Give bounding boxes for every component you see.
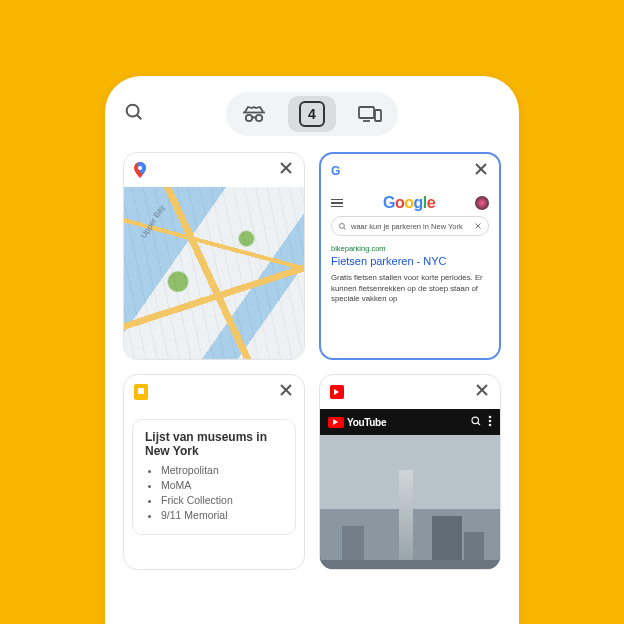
youtube-icon bbox=[330, 385, 344, 399]
tab-header bbox=[320, 375, 500, 409]
svg-rect-7 bbox=[375, 110, 381, 121]
tabs-grid: Upper Bay G Google waar kun je park bbox=[123, 152, 501, 570]
list-item: Metropolitan bbox=[161, 464, 283, 476]
result-snippet: Gratis fietsen stallen voor korte period… bbox=[331, 273, 489, 305]
tab-count-badge: 4 bbox=[299, 101, 325, 127]
youtube-logo: YouTube bbox=[328, 417, 386, 428]
svg-point-21 bbox=[472, 417, 479, 424]
tab-header: G bbox=[321, 154, 499, 188]
clear-icon bbox=[474, 222, 482, 230]
svg-point-13 bbox=[340, 223, 345, 228]
close-icon[interactable] bbox=[474, 382, 490, 402]
search-icon bbox=[470, 413, 482, 431]
list-item: Frick Collection bbox=[161, 494, 283, 506]
svg-point-4 bbox=[256, 115, 262, 121]
svg-point-8 bbox=[138, 166, 142, 170]
svg-line-14 bbox=[344, 227, 346, 229]
google-logo: Google bbox=[383, 194, 435, 212]
tab-card-search[interactable]: G Google waar kun je parkeren in New Yor… bbox=[319, 152, 501, 360]
svg-point-24 bbox=[489, 420, 492, 423]
note-card: Lijst van museums in New York Metropolit… bbox=[132, 419, 296, 535]
google-icon: G bbox=[331, 164, 340, 178]
maps-icon bbox=[134, 162, 146, 178]
incognito-tabs-button[interactable] bbox=[230, 96, 278, 132]
list-item: MoMA bbox=[161, 479, 283, 491]
close-icon[interactable] bbox=[473, 161, 489, 181]
youtube-preview: YouTube bbox=[320, 409, 500, 569]
close-icon[interactable] bbox=[278, 160, 294, 180]
svg-point-25 bbox=[489, 424, 492, 427]
svg-point-3 bbox=[246, 115, 252, 121]
keep-icon bbox=[134, 384, 148, 400]
svg-point-0 bbox=[127, 105, 139, 117]
svg-line-22 bbox=[478, 423, 480, 425]
tab-header bbox=[124, 153, 304, 187]
svg-rect-5 bbox=[359, 107, 374, 118]
tab-card-maps[interactable]: Upper Bay bbox=[123, 152, 305, 360]
tab-card-youtube[interactable]: YouTube bbox=[319, 374, 501, 570]
avatar bbox=[475, 196, 489, 210]
tab-card-notes[interactable]: Lijst van museums in New York Metropolit… bbox=[123, 374, 305, 570]
search-preview: Google waar kun je parkeren in New York … bbox=[321, 188, 499, 358]
svg-line-1 bbox=[137, 115, 141, 119]
video-thumbnail bbox=[320, 435, 500, 569]
svg-point-23 bbox=[489, 416, 492, 419]
notes-preview: Lijst van museums in New York Metropolit… bbox=[124, 409, 304, 569]
more-icon bbox=[488, 413, 492, 431]
tab-mode-selector: 4 bbox=[226, 92, 398, 136]
open-tabs-button[interactable]: 4 bbox=[288, 96, 336, 132]
hamburger-icon bbox=[331, 199, 343, 208]
search-query: waar kun je parkeren in New York bbox=[347, 222, 474, 231]
tab-switcher-toolbar: 4 bbox=[123, 92, 501, 136]
result-domain: bikeparking.com bbox=[331, 244, 489, 253]
search-icon bbox=[338, 222, 347, 231]
list-item: 9/11 Memorial bbox=[161, 509, 283, 521]
map-area-label: Upper Bay bbox=[139, 203, 167, 240]
synced-devices-button[interactable] bbox=[346, 96, 394, 132]
map-preview: Upper Bay bbox=[124, 187, 304, 359]
close-icon[interactable] bbox=[278, 382, 294, 402]
note-title: Lijst van museums in New York bbox=[145, 430, 283, 458]
result-title: Fietsen parkeren - NYC bbox=[331, 255, 489, 267]
search-icon[interactable] bbox=[123, 101, 145, 127]
search-input: waar kun je parkeren in New York bbox=[331, 216, 489, 236]
tab-header bbox=[124, 375, 304, 409]
phone-frame: 4 Upper B bbox=[105, 76, 519, 624]
